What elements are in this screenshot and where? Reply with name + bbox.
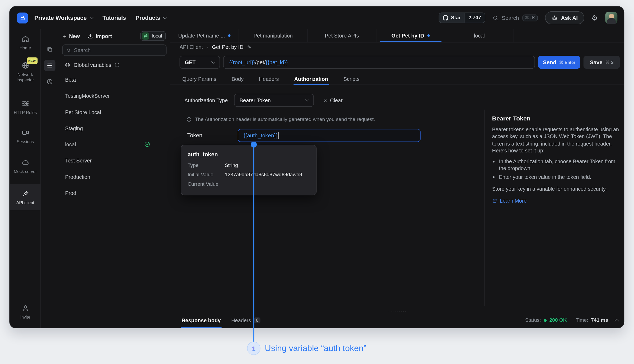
sidebar-item-label: HTTP Rules	[14, 110, 37, 115]
environment-switcher[interactable]: ⇄ local	[141, 31, 166, 41]
settings-gear-icon[interactable]: ⚙	[591, 14, 598, 22]
tab-label: Headers	[259, 76, 279, 82]
breadcrumb-separator: ›	[207, 44, 208, 50]
collections-panel: + New Import ⇄ local	[41, 29, 170, 328]
app-logo[interactable]	[17, 12, 28, 23]
import-button[interactable]: Import	[87, 33, 112, 39]
collections-button[interactable]	[44, 44, 55, 55]
status-dot	[544, 319, 547, 322]
method-select[interactable]: GET	[180, 56, 220, 69]
search-placeholder-text: Search	[502, 15, 519, 21]
tab-get-pet-by-id[interactable]: Get Pet by ID	[376, 29, 445, 42]
global-variables-row[interactable]: Global variables	[59, 56, 170, 72]
environment-name: Test Server	[65, 157, 92, 164]
sidebar-item-api-client[interactable]: API client	[10, 184, 41, 210]
global-search[interactable]: Search ⌘+K	[492, 14, 538, 21]
robot-icon	[552, 15, 558, 21]
url-input[interactable]: {{root_url}}/pet/{{pet_id}}	[223, 56, 535, 69]
environment-item[interactable]: Pet Store Local	[59, 104, 170, 120]
sidebar-item-invite[interactable]: Invite	[10, 304, 41, 320]
clear-button[interactable]: × Clear	[324, 97, 343, 103]
tab-label: Get Pet by ID	[391, 32, 424, 39]
send-button[interactable]: Send ⌘ Enter	[538, 56, 580, 69]
breadcrumb-root[interactable]: API Client	[180, 44, 203, 50]
ask-ai-label: Ask AI	[561, 15, 578, 21]
tab-update-pet-name[interactable]: Update Pet name ...	[170, 29, 239, 42]
tab-query-params[interactable]: Query Params	[182, 73, 216, 85]
help-panel-note: Store your key in a variable for enhance…	[492, 186, 621, 193]
github-star-button[interactable]: Star 2,707	[439, 12, 485, 23]
github-star-label: Star	[451, 15, 461, 21]
environment-item[interactable]: Beta	[59, 72, 170, 88]
import-button-label: Import	[96, 33, 112, 39]
variable-type-value: String	[225, 162, 238, 169]
help-bullet: Enter your token value in the token fiel…	[499, 173, 621, 180]
environment-item-active[interactable]: local	[59, 136, 170, 152]
environment-item[interactable]: Staging	[59, 120, 170, 136]
tab-authorization[interactable]: Authorization	[294, 73, 328, 85]
search-icon	[66, 48, 71, 53]
sidebar-item-network-inspector[interactable]: NEW Network inspector	[10, 62, 41, 83]
save-button[interactable]: Save ⌘ S	[584, 56, 620, 69]
new-button[interactable]: + New	[63, 32, 80, 39]
nav-tutorials[interactable]: Tutorials	[102, 15, 126, 21]
tab-response-body[interactable]: Response body	[181, 312, 221, 328]
workspace-name: Private Workspace	[34, 15, 87, 21]
authorization-type-label: Authorization Type	[184, 97, 228, 103]
tab-label: local	[474, 32, 485, 39]
environment-switcher-label: local	[152, 33, 162, 39]
top-bar: Private Workspace Tutorials Products Sta…	[10, 6, 624, 29]
new-badge: NEW	[27, 57, 37, 64]
tab-pet-store-apis[interactable]: Pet Store APIs	[308, 29, 376, 42]
chevron-up-icon[interactable]	[614, 319, 619, 323]
workspace-switcher[interactable]: Private Workspace	[34, 15, 93, 21]
main-area: Update Pet name ... Pet manipulation Pet…	[170, 29, 624, 328]
environment-name: local	[65, 141, 76, 147]
tab-scripts[interactable]: Scripts	[343, 73, 360, 85]
tab-response-headers[interactable]: Headers 6	[231, 312, 260, 328]
authorization-type-value: Bearer Token	[240, 97, 271, 103]
history-button[interactable]	[44, 76, 55, 87]
tab-pet-manipulation[interactable]: Pet manipulation	[239, 29, 308, 42]
tab-headers[interactable]: Headers	[259, 73, 279, 85]
check-circle-icon	[144, 141, 150, 147]
unsaved-dot	[228, 34, 231, 37]
tab-label: Query Params	[182, 76, 216, 82]
request-config-tabs: Query Params Body Headers Authorization …	[170, 73, 624, 85]
environment-item[interactable]: Test Server	[59, 152, 170, 169]
user-avatar[interactable]	[605, 12, 617, 24]
tab-local[interactable]: local	[445, 29, 514, 42]
help-bullet: In the Authorization tab, choose Bearer …	[499, 158, 621, 172]
sidebar-item-mock-server[interactable]: Mock server	[10, 158, 41, 174]
sidebar-item-home[interactable]: Home	[10, 35, 41, 51]
list-icon	[46, 62, 53, 69]
sidebar-item-sessions[interactable]: Sessions	[10, 129, 41, 144]
token-input[interactable]: {{auth_token}}	[238, 129, 421, 142]
chevron-down-icon	[89, 15, 93, 19]
annotation-anchor-dot	[251, 142, 257, 148]
environments-list: Beta TestingMockServer Pet Store Local S…	[59, 72, 170, 201]
nav-products[interactable]: Products	[136, 15, 166, 21]
tab-label: Pet Store APIs	[325, 32, 359, 39]
environment-name: Production	[65, 174, 90, 180]
url-variable: {{pet_id}}	[266, 59, 288, 65]
environment-item[interactable]: TestingMockServer	[59, 88, 170, 104]
tab-label: Update Pet name ...	[178, 32, 225, 39]
tab-label: Scripts	[343, 76, 360, 82]
sliders-icon	[21, 100, 29, 108]
environment-item[interactable]: Prod	[59, 185, 170, 201]
sidebar-search-input[interactable]	[74, 47, 162, 53]
sidebar-search-box[interactable]	[62, 44, 167, 56]
send-label: Send	[543, 59, 556, 65]
sidebar-item-http-rules[interactable]: HTTP Rules	[10, 100, 41, 115]
edit-pencil-icon[interactable]: ✎	[247, 44, 252, 50]
learn-more-link[interactable]: Learn More	[492, 197, 621, 204]
environment-item[interactable]: Production	[59, 169, 170, 185]
authorization-type-select[interactable]: Bearer Token	[234, 94, 314, 107]
ask-ai-button[interactable]: Ask AI	[545, 11, 584, 24]
response-tabs-row: Response body Headers 6 Status: 200 OK T…	[181, 312, 618, 328]
tab-body[interactable]: Body	[232, 73, 244, 85]
home-icon	[21, 35, 29, 43]
help-panel: Bearer Token Bearer tokens enable reques…	[492, 115, 621, 204]
environments-button[interactable]	[44, 60, 55, 71]
